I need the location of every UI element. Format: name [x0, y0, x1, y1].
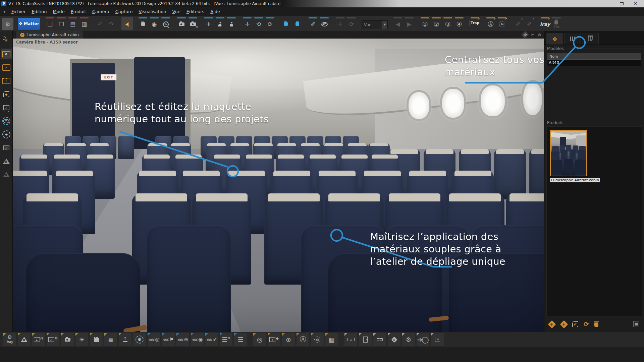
menu-capture[interactable]: Capture: [112, 7, 136, 16]
orbit-camera-tool[interactable]: ⟲: [187, 17, 199, 30]
translate-manipulator[interactable]: ✛: [241, 17, 253, 30]
post-fx-editor-button[interactable]: fx: [311, 333, 324, 346]
tab-products-library[interactable]: ❖: [546, 33, 563, 45]
menu-edition[interactable]: Edition: [29, 7, 50, 16]
fly-mode-tool[interactable]: ✈: [203, 17, 214, 30]
camera-4-button[interactable]: ④: [453, 17, 465, 30]
undo-button[interactable]: ↶: [94, 17, 106, 30]
transparency-toggle[interactable]: Trsp✔: [469, 17, 481, 30]
redo-button[interactable]: ↷: [106, 17, 117, 30]
raytracing-render[interactable]: ⚡◆◆: [1, 75, 12, 86]
delete-product-button[interactable]: [594, 321, 598, 327]
iray-settings-button[interactable]: ⚙Iray: [3, 333, 16, 346]
restore-button[interactable]: [620, 2, 624, 5]
camera-3-button[interactable]: ③: [442, 17, 453, 30]
snap-grab-tool[interactable]: [280, 17, 291, 30]
menu-camera[interactable]: Caméra: [89, 7, 112, 16]
layers-visibility-button[interactable]: ⋘◉: [191, 333, 204, 346]
rotate-view-tool[interactable]: ⟳: [346, 17, 357, 30]
pan-hand-tool[interactable]: [137, 17, 149, 30]
gear-settings-button[interactable]: ⚙: [402, 333, 415, 346]
stereo-3d-glasses-button[interactable]: [373, 333, 386, 346]
exit-door-button[interactable]: [359, 333, 372, 346]
statistics-graph-button[interactable]: ↗: [431, 333, 444, 346]
post-fx-toggle[interactable]: fx✔: [496, 17, 508, 30]
walk-mode-tool[interactable]: [214, 17, 226, 30]
measure-ruler-button[interactable]: [344, 333, 357, 346]
previous-view-button[interactable]: ◀: [392, 17, 404, 30]
menu-produit[interactable]: Produit: [68, 7, 89, 16]
menu-overflow-icon[interactable]: ▼: [3, 10, 6, 13]
menu-visualisation[interactable]: Visualisation: [136, 7, 169, 16]
backdrop-frame-button[interactable]: ▦: [325, 333, 338, 346]
textures-image-button[interactable]: ◭◆: [268, 333, 280, 346]
joystick-navigation-button[interactable]: [119, 333, 131, 346]
viewport-3d-canvas[interactable]: EXITCaméra libre - A350 sensor: [13, 39, 544, 332]
models-table-header[interactable]: Nom: [547, 53, 641, 60]
video-capture-button[interactable]: [61, 333, 74, 346]
camera-2-button[interactable]: ②: [431, 17, 442, 30]
configuration-wrench-button[interactable]: ☰⚙: [220, 333, 232, 346]
snap-throw-tool[interactable]: [291, 17, 303, 30]
tuning-sliders-button[interactable]: ≣: [104, 333, 117, 346]
observer-eye-tool[interactable]: [1, 116, 12, 126]
add-product-button[interactable]: +: [549, 321, 555, 327]
menu-mode[interactable]: Mode: [50, 7, 67, 16]
iray-interactive-button[interactable]: Iray: [551, 17, 562, 30]
configuration-list-button[interactable]: ☰: [234, 333, 247, 346]
rotate-manipulator[interactable]: ⟲: [253, 17, 264, 30]
apply-material-tool[interactable]: ✐: [307, 17, 319, 30]
sync-product-button[interactable]: ⟳: [584, 320, 589, 328]
import-product-button[interactable]: «+: [560, 321, 567, 327]
models-table-row-a340[interactable]: A340: [547, 60, 641, 66]
new-scene-button[interactable]: ❏: [44, 17, 56, 30]
close-view-icon[interactable]: ⊗: [538, 32, 541, 37]
view-tab-aircraft-cabin[interactable]: ✔ Lumiscaphe Aircraft cabin: [16, 31, 83, 39]
view-dropdown[interactable]: Vue▼: [362, 20, 388, 29]
next-view-button[interactable]: ▶: [404, 17, 415, 30]
validate-product-button[interactable]: ✔: [572, 321, 578, 327]
render-power-toggle[interactable]: ⚡: [1, 35, 12, 46]
layers-wheel-button[interactable]: ⋘◎: [148, 333, 160, 346]
realtime-render[interactable]: ⚡: [1, 62, 12, 73]
zoom-percent-tool[interactable]: %: [160, 17, 171, 30]
visibility-eye-tool[interactable]: [319, 17, 330, 30]
target-navigation-button[interactable]: ➔◯: [417, 333, 429, 346]
snapshot-history-button[interactable]: ◭◔: [32, 333, 45, 346]
menu-vue[interactable]: Vue: [169, 7, 183, 16]
lens-flare-editor-button[interactable]: Ⓐ: [297, 333, 309, 346]
turntable-manipulator[interactable]: ⟳: [264, 17, 276, 30]
open-scene-button[interactable]: ❒: [56, 17, 67, 30]
stop-render-button[interactable]: [633, 321, 639, 327]
save-scene-button[interactable]: ▤: [67, 17, 78, 30]
product-thumbnail[interactable]: [550, 130, 587, 176]
render-pass-a-button[interactable]: ✐✔: [512, 17, 524, 30]
menu-aide[interactable]: Aide: [207, 7, 223, 16]
render-pass-b-button[interactable]: ✐✔: [524, 17, 535, 30]
select-pointer-tool[interactable]: ➤: [121, 17, 133, 30]
add-observer-tool[interactable]: +: [1, 129, 12, 140]
capture-region-tool[interactable]: ◆: [1, 89, 12, 100]
orbit-planet-tool[interactable]: ◉: [149, 17, 160, 30]
layers-validate-button[interactable]: ⋘✔: [205, 333, 218, 346]
tab-materials-library[interactable]: [564, 33, 581, 45]
tool-options-button[interactable]: ⚙: [2, 18, 13, 30]
tab-scene-library[interactable]: [582, 33, 599, 45]
close-button[interactable]: ✕: [634, 0, 637, 7]
sun-lighting-button[interactable]: ☀: [75, 333, 88, 346]
layers-environment-button[interactable]: ⋘⊕: [176, 333, 189, 346]
presentation-screen-tool[interactable]: ◭: [1, 102, 12, 113]
split-view-icon[interactable]: ✂: [531, 32, 535, 37]
image-editor-tool[interactable]: ◭: [1, 142, 12, 153]
menu-fichier[interactable]: Fichier: [8, 7, 29, 16]
animation-clapper-button[interactable]: [90, 333, 103, 346]
lens-flare-toggle[interactable]: Ⓐ✔: [485, 17, 496, 30]
move-view-tool[interactable]: ✛: [334, 17, 346, 30]
environment-globe-button[interactable]: ⊕: [282, 333, 295, 346]
menu-editeurs[interactable]: Editeurs: [183, 7, 208, 16]
render-frame-button[interactable]: R: [18, 333, 31, 346]
layers-position-button[interactable]: ⋘⚑: [162, 333, 175, 346]
camera-1-button[interactable]: ①: [419, 17, 431, 30]
render-composition-tool[interactable]: R: [1, 156, 12, 167]
stand-height-tool[interactable]: [226, 17, 237, 30]
